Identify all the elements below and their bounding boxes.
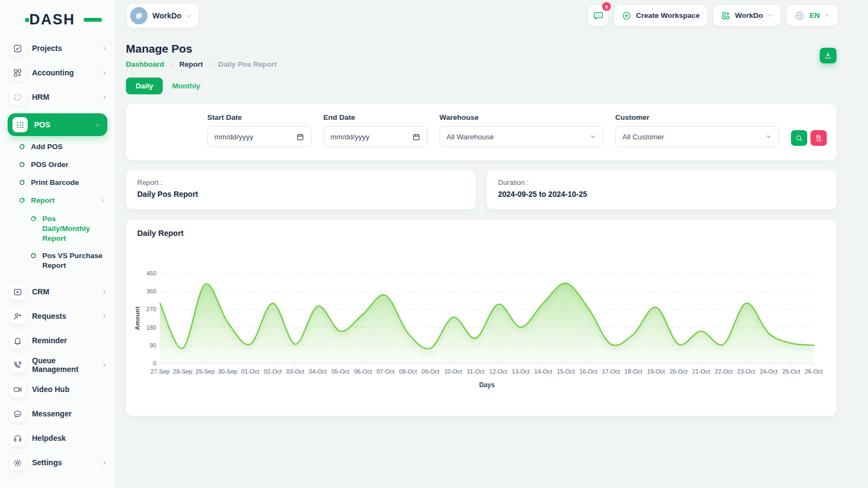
sidebar-item-projects[interactable]: Projects xyxy=(9,40,107,56)
calendar-icon[interactable] xyxy=(296,133,304,141)
projects-icon xyxy=(9,40,25,56)
chevron-right-icon xyxy=(169,62,175,67)
sidebar-item-helpdesk[interactable]: Helpdesk xyxy=(9,430,107,446)
circle-bullet-icon xyxy=(30,216,36,222)
svg-text:17-Oct: 17-Oct xyxy=(602,368,620,375)
svg-text:07-Oct: 07-Oct xyxy=(376,368,394,375)
sidebar-item-pos-order[interactable]: POS Order xyxy=(19,160,105,169)
svg-text:05-Oct: 05-Oct xyxy=(331,368,349,375)
sidebar-item-pos-vs-purchase-report[interactable]: Pos VS Purchase Report xyxy=(30,251,105,271)
helpdesk-icon xyxy=(13,434,22,443)
search-button[interactable] xyxy=(791,130,807,146)
search-icon xyxy=(795,134,803,142)
logo-dash-bar xyxy=(84,18,102,22)
svg-text:270: 270 xyxy=(146,306,156,312)
queue-icon xyxy=(13,361,22,370)
duration-value: 2024-09-25 to 2024-10-25 xyxy=(498,190,825,198)
crm-icon xyxy=(13,287,22,297)
customer-select[interactable]: All Customer xyxy=(615,126,779,147)
customer-value: All Customer xyxy=(622,133,664,141)
requests-icon xyxy=(9,308,25,324)
start-date-input[interactable]: mm/dd/yyyy xyxy=(207,126,311,147)
settings-icon xyxy=(9,454,25,471)
sidebar-item-label: Queue Management xyxy=(32,356,95,374)
queue-icon xyxy=(9,357,25,373)
end-date-input[interactable]: mm/dd/yyyy xyxy=(323,126,427,147)
svg-text:23-Oct: 23-Oct xyxy=(737,368,755,375)
sidebar-item-label: Add POS xyxy=(31,143,63,151)
messenger-icon xyxy=(13,409,22,419)
svg-text:15-Oct: 15-Oct xyxy=(557,368,575,375)
svg-text:09-Oct: 09-Oct xyxy=(422,368,439,375)
circle-bullet-icon xyxy=(30,253,36,259)
helpdesk-icon xyxy=(9,430,25,446)
svg-text:90: 90 xyxy=(150,342,156,349)
filter-card: Start Date mm/dd/yyyy End Date mm/dd/yyy… xyxy=(126,104,837,160)
sidebar-item-accounting[interactable]: Accounting xyxy=(9,65,107,81)
tab-monthly[interactable]: Monthly xyxy=(172,82,200,90)
sidebar-item-reminder[interactable]: Reminder xyxy=(9,332,107,349)
warehouse-select[interactable]: All Warehouse xyxy=(439,126,603,147)
settings-icon xyxy=(13,458,22,467)
svg-text:13-Oct: 13-Oct xyxy=(512,368,529,375)
start-date-label: Start Date xyxy=(207,113,311,121)
report-label: Report : xyxy=(137,178,464,187)
chevron-right-icon xyxy=(101,362,107,368)
sidebar-item-label: Messenger xyxy=(32,409,107,418)
sidebar-item-report[interactable]: Report xyxy=(19,196,105,204)
download-button[interactable] xyxy=(820,48,837,63)
sidebar-item-label: Requests xyxy=(32,312,95,320)
circle-bullet-icon xyxy=(19,162,25,168)
sidebar-item-video-hub[interactable]: Video Hub xyxy=(9,381,107,397)
logo-text: DASH xyxy=(29,11,75,28)
svg-text:180: 180 xyxy=(146,324,156,331)
projects-icon xyxy=(13,44,22,53)
reminder-icon xyxy=(9,332,25,349)
sidebar-item-label: HRM xyxy=(32,93,95,101)
circle-bullet-icon xyxy=(19,144,25,150)
sidebar-item-add-pos[interactable]: Add POS xyxy=(19,143,105,151)
sidebar-item-requests[interactable]: Requests xyxy=(9,308,107,324)
svg-text:11-Oct: 11-Oct xyxy=(467,368,484,375)
tab-daily[interactable]: Daily xyxy=(126,78,163,94)
sidebar-item-pos-daily-monthly-report[interactable]: Pos Daily/Monthly Report xyxy=(30,214,105,243)
svg-text:08-Oct: 08-Oct xyxy=(399,368,417,375)
sidebar-item-messenger[interactable]: Messenger xyxy=(9,406,107,422)
breadcrumb-current: Daily Pos Report xyxy=(218,60,277,68)
sidebar-item-hrm[interactable]: HRM xyxy=(9,89,107,105)
calendar-icon[interactable] xyxy=(412,133,420,141)
messenger-icon xyxy=(9,406,25,422)
sidebar-item-label: Pos VS Purchase Report xyxy=(42,251,105,271)
warehouse-field: Warehouse All Warehouse xyxy=(439,113,603,160)
svg-text:01-Oct: 01-Oct xyxy=(241,368,259,375)
sidebar-nav: ProjectsAccountingHRMPOSAdd POSPOS Order… xyxy=(0,40,115,471)
sidebar-item-queue-management[interactable]: Queue Management xyxy=(9,357,107,373)
breadcrumb-report[interactable]: Report xyxy=(180,60,203,68)
download-icon xyxy=(824,52,832,60)
sidebar-item-crm[interactable]: CRM xyxy=(9,284,107,300)
page-title: Manage Pos xyxy=(126,42,837,55)
sidebar-item-label: Reminder xyxy=(32,336,107,345)
breadcrumb-dashboard[interactable]: Dashboard xyxy=(126,60,164,68)
svg-text:Days: Days xyxy=(479,381,495,389)
svg-text:03-Oct: 03-Oct xyxy=(286,368,304,375)
file-off-icon xyxy=(815,134,822,142)
daily-report-chart-card: Daily Report 09018027036045027-Sep28-Sep… xyxy=(126,220,837,416)
svg-text:04-Oct: 04-Oct xyxy=(309,368,327,375)
svg-text:10-Oct: 10-Oct xyxy=(444,368,462,375)
svg-text:14-Oct: 14-Oct xyxy=(534,368,552,375)
dash-logo[interactable]: DASH xyxy=(29,11,94,28)
chart-svg: 09018027036045027-Sep28-Sep29-Sep30-Sep0… xyxy=(126,240,837,409)
sidebar-item-pos[interactable]: POS xyxy=(8,113,107,136)
sidebar-item-print-barcode[interactable]: Print Barcode xyxy=(19,178,105,187)
report-period-tabs: Daily Monthly xyxy=(126,78,837,94)
chevron-down-icon xyxy=(765,133,772,140)
sidebar-item-label: Helpdesk xyxy=(32,434,107,442)
reset-filter-button[interactable] xyxy=(810,130,827,146)
sidebar-item-label: Print Barcode xyxy=(31,178,79,187)
pos-icon xyxy=(16,120,25,130)
filter-actions xyxy=(791,130,827,160)
sidebar-item-label: Pos Daily/Monthly Report xyxy=(42,214,105,243)
chevron-right-icon xyxy=(101,289,107,295)
sidebar-item-settings[interactable]: Settings xyxy=(9,454,107,471)
